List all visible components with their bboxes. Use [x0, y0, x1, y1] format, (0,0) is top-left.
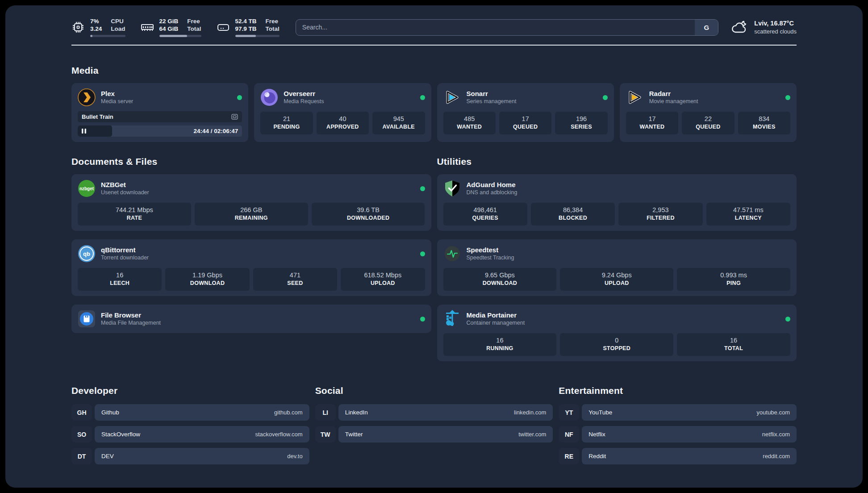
status-dot [237, 95, 242, 100]
search-input[interactable] [296, 20, 695, 35]
link-linkedin[interactable]: LI LinkedIn linkedin.com [315, 404, 553, 421]
link-youtube[interactable]: YT YouTube youtube.com [559, 404, 797, 421]
section-entertainment: Entertainment YT YouTube youtube.com NF … [559, 385, 797, 470]
disk-icon [217, 21, 230, 34]
memory-total-value: 64 GiB [159, 25, 179, 33]
memory-stat: 22 GiB 64 GiB Free Total [141, 17, 201, 37]
stat-pending: 21 PENDING [260, 112, 313, 134]
stat-queued: 22 QUEUED [682, 112, 734, 134]
stat-queued: 17 QUEUED [499, 112, 551, 134]
stat-wanted: 17 WANTED [626, 112, 678, 134]
app-name: Plex [101, 89, 133, 98]
link-url: twitter.com [518, 431, 546, 438]
cloud-icon [731, 20, 748, 35]
qbittorrent-icon: qb [78, 245, 96, 263]
link-name: DEV [101, 453, 114, 460]
stat-download: 9.65 Gbps DOWNLOAD [443, 268, 557, 291]
app-card-speedtest[interactable]: Speedtest Speedtest Tracking 9.65 Gbps D… [437, 239, 797, 296]
overseerr-icon [260, 88, 278, 106]
now-playing-title-row: Bullet Train [78, 111, 242, 122]
status-dot [785, 95, 790, 100]
app-card-overseerr[interactable]: Overseerr Media Requests 21 PENDING 40 A… [254, 83, 431, 142]
svg-text:nzbget: nzbget [79, 186, 94, 191]
link-name: StackOverflow [101, 431, 140, 438]
stat-wanted: 485 WANTED [443, 112, 496, 134]
stat-approved: 40 APPROVED [317, 112, 369, 134]
memory-progress-bar [159, 35, 201, 37]
status-dot [420, 95, 425, 100]
cpu-usage-value: 7% [90, 17, 102, 25]
media-section-title: Media [71, 65, 797, 76]
link-stackoverflow[interactable]: SO StackOverflow stackoverflow.com [71, 426, 309, 443]
link-github[interactable]: GH Github github.com [71, 404, 309, 421]
stat-blocked: 86,384 BLOCKED [531, 203, 615, 226]
app-name: AdGuard Home [467, 180, 517, 189]
cpu-progress-bar [90, 35, 125, 37]
app-name: qBittorrent [101, 246, 149, 254]
link-reddit[interactable]: RE Reddit reddit.com [559, 448, 797, 464]
stat-running: 16 RUNNING [443, 333, 557, 356]
sonarr-icon [443, 88, 461, 106]
storage-free-label: Free [266, 17, 280, 25]
link-abbr: SO [71, 426, 92, 443]
app-card-radarr[interactable]: Radarr Movie management 17 WANTED 22 QUE… [620, 83, 797, 142]
app-description: Movie management [649, 98, 698, 105]
app-name: NZBGet [101, 180, 149, 189]
app-card-qbittorrent[interactable]: qb qBittorrent Torrent downloader 16 LEE… [71, 239, 431, 296]
app-description: Usenet downloader [101, 189, 149, 196]
search-engine-button[interactable]: G [695, 20, 718, 35]
app-card-nzbget[interactable]: nzbget NZBGet Usenet downloader 744.21 M… [71, 174, 431, 231]
app-name: Speedtest [467, 246, 514, 254]
app-card-sonarr[interactable]: Sonarr Series management 485 WANTED 17 Q… [437, 83, 614, 142]
stat-seed: 471 SEED [253, 268, 337, 291]
storage-total-label: Total [266, 25, 280, 33]
app-description: Media Requests [284, 98, 324, 105]
link-name: Netflix [588, 431, 605, 438]
stat-leech: 16 LEECH [78, 268, 162, 291]
radarr-icon [626, 88, 644, 106]
stat-downloaded: 39.6 TB DOWNLOADED [312, 203, 425, 226]
app-card-portainer[interactable]: Media Portainer Container management 16 … [437, 305, 797, 361]
search-bar: G [296, 19, 718, 36]
status-dot [603, 95, 608, 100]
now-playing-progress[interactable]: 24:44 / 02:06:47 [78, 125, 242, 137]
app-description: Media File Management [101, 319, 161, 327]
adguard-icon [443, 180, 461, 197]
cpu-load-label: Load [111, 25, 125, 33]
entertainment-section-title: Entertainment [559, 385, 797, 396]
link-name: Reddit [588, 453, 606, 460]
memory-total-label: Total [187, 25, 201, 33]
stat-latency: 47.571 ms LATENCY [706, 203, 790, 226]
stat-available: 945 AVAILABLE [372, 112, 425, 134]
status-dot [785, 317, 790, 322]
section-developer: Developer GH Github github.com SO StackO… [71, 385, 309, 470]
app-card-filebrowser[interactable]: File Browser Media File Management [71, 305, 431, 333]
status-dot [420, 251, 425, 256]
link-netflix[interactable]: NF Netflix netflix.com [559, 426, 797, 443]
app-name: Media Portainer [467, 311, 525, 319]
app-description: Series management [467, 98, 517, 105]
app-card-adguard[interactable]: AdGuard Home DNS and adblocking 498,461 … [437, 174, 797, 231]
speedtest-icon [443, 245, 461, 263]
memory-free-value: 22 GiB [159, 17, 179, 25]
stat-rate: 744.21 Mbps RATE [78, 203, 191, 226]
link-dev[interactable]: DT DEV dev.to [71, 448, 309, 464]
link-twitter[interactable]: TW Twitter twitter.com [315, 426, 553, 443]
app-name: Radarr [649, 89, 698, 98]
link-name: YouTube [588, 409, 612, 416]
dashboard-page: 7% 3.24 CPU Load [5, 5, 863, 488]
link-abbr: GH [71, 404, 92, 421]
app-name: Overseerr [284, 89, 324, 98]
cpu-icon [71, 21, 85, 34]
stat-filtered: 2,953 FILTERED [618, 203, 702, 226]
storage-total-value: 97.9 TB [235, 25, 257, 33]
plex-icon [78, 88, 96, 106]
app-name: Sonarr [467, 89, 517, 98]
app-card-plex[interactable]: Plex Media server Bullet Train [71, 83, 248, 142]
app-name: File Browser [101, 311, 161, 319]
svg-text:qb: qb [83, 251, 90, 257]
memory-free-label: Free [187, 17, 201, 25]
stat-series: 196 SERIES [555, 112, 607, 134]
link-name: Github [101, 409, 119, 416]
utilities-section-title: Utilities [437, 156, 797, 167]
